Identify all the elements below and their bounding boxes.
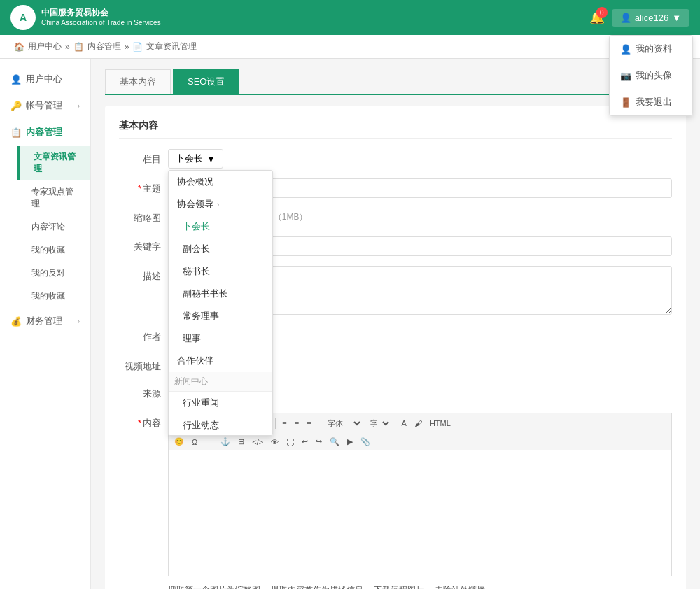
logo-icon: A — [10, 5, 36, 30]
tb2-redo[interactable]: ↪ — [312, 435, 326, 448]
tb2-preview[interactable]: 👁 — [267, 435, 282, 448]
mylike-label: 我的收藏 — [31, 290, 65, 302]
tb2-hr[interactable]: — — [202, 435, 216, 448]
tb-align-center[interactable]: ≡ — [291, 416, 302, 430]
breadcrumb-level2[interactable]: 内容管理 — [88, 41, 121, 52]
dropdown-item-xiehui-lingdao[interactable]: 协会领导 › — [169, 193, 272, 215]
thumb-label: 缩略图 — [119, 208, 168, 225]
tb2-media[interactable]: 📎 — [357, 435, 374, 448]
form-tabs: 基本内容 SEO设置 — [105, 69, 686, 95]
column-dropdown[interactable]: 协会概况 协会领导 › 卜会长 副会长 秘书长 — [168, 170, 273, 436]
sidebar-item-myfav[interactable]: 我的收藏 — [18, 239, 90, 262]
tab-seo[interactable]: SEO设置 — [173, 69, 239, 94]
dropdown-section-news: 新闻中心 — [169, 372, 272, 392]
column-arrow-icon: ▼ — [206, 154, 216, 164]
editor-content[interactable] — [168, 450, 672, 576]
sidebar-account-label: 帐号管理 — [26, 99, 62, 112]
comment-label: 内容评论 — [31, 221, 65, 233]
breadcrumb-icon2: 📋 — [74, 42, 84, 52]
logo: A 中国服务贸易协会 China Association of Trade in… — [10, 5, 161, 30]
toolbar-sep-2 — [275, 418, 276, 429]
dropdown-item-mishu-zhang[interactable]: 秘书长 — [169, 260, 272, 283]
column-value: 卜会长 — [176, 152, 203, 165]
column-label: 栏目 — [119, 149, 168, 166]
dropdown-item-fu-mishu-zhang[interactable]: 副秘书书长 — [169, 283, 272, 305]
tb-align-left[interactable]: ≡ — [279, 416, 290, 430]
finance-icon: 💰 — [10, 316, 22, 327]
tb-font-size-select[interactable]: 字体 — [321, 416, 363, 430]
column-field: 卜会长 ▼ — [168, 149, 672, 169]
profile-item[interactable]: 👤 我的资料 — [610, 36, 692, 62]
tb-color[interactable]: A — [398, 416, 410, 430]
breadcrumb-home[interactable]: 用户中心 — [28, 41, 62, 52]
tab-basic[interactable]: 基本内容 — [105, 69, 171, 94]
content-field: B I U S 🔗 🖼 ⊞ ≡ ≡ ≡ 字体 — [168, 413, 672, 589]
sidebar-item-finance[interactable]: 💰 财务管理 › — [0, 308, 90, 334]
profile-label: 我的资料 — [636, 43, 672, 55]
notification-bell[interactable]: 🔔 0 — [589, 10, 605, 25]
section-title: 基本内容 — [119, 120, 672, 139]
profile-icon: 👤 — [620, 44, 631, 55]
tb2-pagebreak[interactable]: ⊟ — [234, 435, 248, 448]
user-menu-button[interactable]: 👤 alice126 ▼ — [612, 9, 690, 27]
breadcrumb-sep1: » — [65, 42, 70, 52]
column-row: 栏目 卜会长 ▼ 协会概况 协会领导 › — [119, 149, 672, 169]
account-arrow: › — [78, 102, 80, 110]
dropdown-item-hezuo-huoban[interactable]: 合作伙伴 — [169, 350, 272, 372]
form-card: 基本内容 栏目 卜会长 ▼ 协会概况 协会领导 › — [105, 106, 686, 589]
sidebar-item-user-center[interactable]: 👤 用户中心 — [0, 66, 90, 92]
toolbar-sep-3 — [318, 418, 318, 429]
extract-thumb-button[interactable]: 搜取第一个图片为缩略图 — [168, 582, 260, 589]
breadcrumb-icon3: 📄 — [132, 42, 143, 52]
myoppose-label: 我的反对 — [31, 267, 65, 279]
extract-desc-button[interactable]: 提取内容首作为描述信息 — [271, 582, 363, 589]
finance-arrow: › — [78, 318, 80, 325]
finance-label: 财务管理 — [26, 315, 62, 327]
tb2-undo[interactable]: ↩ — [298, 435, 312, 448]
sidebar: 👤 用户中心 🔑 帐号管理 › 📋 内容管理 文章资讯管理 专家观点管理 内容评… — [0, 59, 91, 589]
tb2-code[interactable]: </> — [248, 435, 267, 448]
dropdown-item-hangye-dongtai[interactable]: 行业动态 — [169, 414, 272, 436]
dropdown-item-fu-hui-zhang[interactable]: 副会长 — [169, 238, 272, 260]
sidebar-item-expert[interactable]: 专家观点管理 — [18, 180, 90, 215]
tb2-fullscreen[interactable]: ⛶ — [283, 435, 298, 448]
tb2-special[interactable]: Ω — [188, 435, 201, 448]
logout-item[interactable]: 🚪 我要退出 — [610, 89, 692, 115]
remove-external-button[interactable]: 去除站外链接 — [435, 582, 485, 589]
dropdown-item-hangye-xinwen[interactable]: 行业重闻 — [169, 392, 272, 414]
tb2-smiley[interactable]: 😊 — [171, 435, 188, 448]
logout-icon: 🚪 — [620, 97, 631, 108]
tb-font-family-select[interactable]: 字号 — [364, 416, 392, 430]
sidebar-item-mylike[interactable]: 我的收藏 — [18, 285, 90, 308]
tb-align-right[interactable]: ≡ — [303, 416, 314, 430]
tb2-video[interactable]: ▶ — [344, 435, 356, 448]
top-nav: A 中国服务贸易协会 China Association of Trade in… — [0, 0, 700, 35]
dropdown-item-chang-wu-lishi[interactable]: 常务理事 — [169, 305, 272, 327]
download-remote-button[interactable]: 下载远程图片 — [374, 582, 424, 589]
user-dropdown-arrow: ▼ — [672, 13, 681, 23]
dropdown-item-xiehui-gaikuang[interactable]: 协会概况 — [169, 171, 272, 193]
sidebar-item-myoppose[interactable]: 我的反对 — [18, 262, 90, 285]
breadcrumb-current: 文章资讯管理 — [146, 41, 197, 52]
tb-bgcolor[interactable]: 🖌 — [411, 416, 426, 430]
camera-icon: 📷 — [620, 71, 631, 81]
account-icon: 🔑 — [10, 101, 22, 111]
tb2-anchor[interactable]: ⚓ — [217, 435, 234, 448]
sidebar-item-comment[interactable]: 内容评论 — [18, 215, 90, 239]
main-content: 基本内容 SEO设置 基本内容 栏目 卜会长 ▼ 协会概况 — [91, 59, 700, 589]
sidebar-sub-menu: 文章资讯管理 专家观点管理 内容评论 我的收藏 我的反对 我的收藏 — [0, 146, 90, 308]
column-select-button[interactable]: 卜会长 ▼ — [168, 149, 223, 169]
video-url-label: 视频地址 — [119, 356, 168, 373]
keyword-label: 关键字 — [119, 236, 168, 253]
avatar-item[interactable]: 📷 我的头像 — [610, 62, 692, 89]
tb2-find[interactable]: 🔍 — [326, 435, 343, 448]
subject-label: 主题 — [119, 178, 168, 195]
sidebar-item-article[interactable]: 文章资讯管理 — [18, 146, 90, 180]
dropdown-item-buhui-zhang[interactable]: 卜会长 — [169, 215, 272, 238]
sidebar-item-account[interactable]: 🔑 帐号管理 › — [0, 92, 90, 119]
tb-source[interactable]: HTML — [426, 416, 454, 430]
bell-badge: 0 — [596, 7, 608, 18]
content-row: 内容 B I U S 🔗 🖼 ⊞ ≡ ≡ — [119, 413, 672, 589]
sidebar-item-content-mgmt[interactable]: 📋 内容管理 — [0, 119, 90, 146]
dropdown-item-lishi[interactable]: 理事 — [169, 327, 272, 350]
